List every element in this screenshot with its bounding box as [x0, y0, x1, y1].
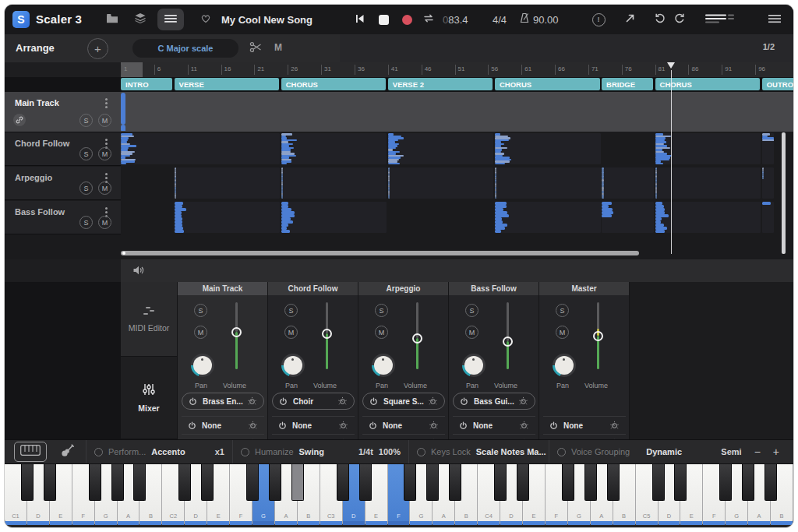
clip[interactable]: [495, 167, 601, 199]
stop-button[interactable]: [374, 10, 393, 29]
share-button[interactable]: [620, 10, 639, 29]
instrument-slot[interactable]: Choir: [272, 393, 355, 410]
black-key[interactable]: [291, 464, 304, 501]
info-button[interactable]: !: [589, 10, 608, 29]
clip[interactable]: [762, 133, 775, 164]
clip[interactable]: [602, 202, 654, 233]
black-key[interactable]: [674, 464, 687, 501]
black-key[interactable]: [337, 464, 349, 501]
black-key[interactable]: [426, 464, 439, 501]
channel-solo-button[interactable]: S: [194, 304, 207, 317]
channel-solo-button[interactable]: S: [465, 304, 478, 317]
section-block[interactable]: CHORUS: [281, 78, 387, 90]
black-key[interactable]: [652, 464, 665, 501]
record-button[interactable]: [397, 10, 416, 29]
solo-button[interactable]: S: [79, 181, 93, 195]
perform-value[interactable]: Accento: [151, 447, 185, 456]
channel-mute-button[interactable]: M: [194, 326, 207, 339]
track-menu-button[interactable]: [105, 98, 108, 108]
cut-button[interactable]: [246, 39, 265, 58]
clip[interactable]: [281, 167, 387, 199]
black-key[interactable]: [44, 464, 56, 501]
effect-slot[interactable]: None: [453, 416, 535, 434]
track-lane-bass-follow[interactable]: [121, 201, 793, 234]
vertical-scrollbar[interactable]: [782, 132, 786, 254]
voice-grouping-label[interactable]: Voice Grouping: [571, 447, 630, 456]
channel-mute-button[interactable]: M: [556, 326, 569, 339]
channel-mute-button[interactable]: M: [375, 326, 388, 339]
clip[interactable]: [762, 202, 775, 233]
chord-bar[interactable]: [121, 93, 125, 125]
clip[interactable]: [495, 202, 601, 233]
chord-bar[interactable]: [121, 125, 125, 131]
section-block[interactable]: OUTRO: [762, 78, 793, 90]
m-toggle[interactable]: M: [274, 42, 282, 53]
clip[interactable]: [121, 133, 280, 164]
clip[interactable]: [388, 133, 494, 164]
black-key[interactable]: [201, 464, 214, 501]
main-menu-button[interactable]: [765, 10, 784, 29]
app-logo[interactable]: S: [12, 11, 30, 28]
track-header-bass-follow[interactable]: Bass FollowSM: [5, 201, 121, 234]
clip[interactable]: [175, 202, 281, 233]
clip[interactable]: [281, 133, 387, 164]
add-section-button[interactable]: +: [87, 38, 108, 59]
layers-button[interactable]: [131, 10, 150, 29]
tracks-area[interactable]: [121, 92, 793, 257]
keys-lock-radio[interactable]: [417, 448, 425, 456]
volume-fader-handle[interactable]: [593, 331, 603, 341]
playhead-marker[interactable]: [667, 62, 675, 69]
perform-multiplier[interactable]: x1: [215, 447, 224, 456]
clip[interactable]: [762, 167, 775, 199]
perform-label[interactable]: Perform...: [108, 447, 146, 456]
black-key[interactable]: [764, 464, 777, 501]
clip[interactable]: [175, 167, 281, 199]
keys-lock-value[interactable]: Scale Notes Ma...: [476, 447, 546, 456]
guitar-button[interactable]: [56, 442, 79, 461]
clip[interactable]: [495, 133, 601, 164]
keyboard-toggle-button[interactable]: [14, 442, 47, 462]
undo-button[interactable]: [650, 10, 669, 29]
black-key[interactable]: [719, 464, 732, 501]
effect-slot[interactable]: None: [362, 416, 445, 434]
section-block[interactable]: BRIDGE: [602, 78, 653, 90]
black-key[interactable]: [133, 464, 146, 501]
ruler-scale[interactable]: 16111621263136414651566166717681869196: [121, 62, 793, 77]
redo-button[interactable]: [670, 10, 689, 29]
keys-lock-label[interactable]: Keys Lock: [431, 447, 471, 456]
effect-slot[interactable]: None: [272, 416, 355, 434]
favorite-button[interactable]: [196, 10, 215, 29]
metronome-button[interactable]: [515, 10, 534, 29]
humanize-amount[interactable]: 100%: [379, 447, 401, 456]
instrument-slot[interactable]: Square S...: [362, 393, 445, 410]
section-block[interactable]: VERSE: [175, 78, 280, 90]
time-signature[interactable]: 4/4: [493, 14, 507, 26]
black-key[interactable]: [359, 464, 372, 501]
instrument-slot[interactable]: Brass En...: [182, 393, 264, 410]
section-block[interactable]: CHORUS: [495, 78, 600, 90]
channel-mute-button[interactable]: M: [465, 326, 478, 339]
volume-fader-handle[interactable]: [322, 329, 332, 339]
tab-midi-editor[interactable]: MIDI Editor: [121, 282, 178, 357]
humanize-value[interactable]: Swing: [299, 447, 324, 456]
volume-fader-handle[interactable]: [412, 333, 422, 344]
instrument-slot[interactable]: Bass Gui...: [453, 393, 535, 410]
track-header-chord-follow[interactable]: Chord FollowSM: [5, 132, 121, 166]
track-header-arpeggio[interactable]: ArpeggioSM: [5, 167, 121, 200]
loop-button[interactable]: [419, 10, 438, 29]
black-key[interactable]: [607, 464, 620, 501]
voice-grouping-radio[interactable]: [557, 448, 566, 456]
solo-button[interactable]: S: [79, 216, 93, 229]
channel-mute-button[interactable]: M: [284, 326, 298, 339]
black-key[interactable]: [246, 464, 259, 501]
black-key[interactable]: [269, 464, 281, 501]
perform-radio[interactable]: [94, 448, 103, 456]
tab-mixer[interactable]: Mixer: [121, 357, 178, 439]
track-lane-arpeggio[interactable]: [121, 167, 793, 199]
black-key[interactable]: [517, 464, 529, 501]
channel-solo-button[interactable]: S: [375, 304, 388, 317]
black-key[interactable]: [562, 464, 574, 501]
black-key[interactable]: [584, 464, 597, 501]
channel-solo-button[interactable]: S: [556, 304, 569, 317]
song-title[interactable]: My Cool New Song: [221, 14, 312, 26]
